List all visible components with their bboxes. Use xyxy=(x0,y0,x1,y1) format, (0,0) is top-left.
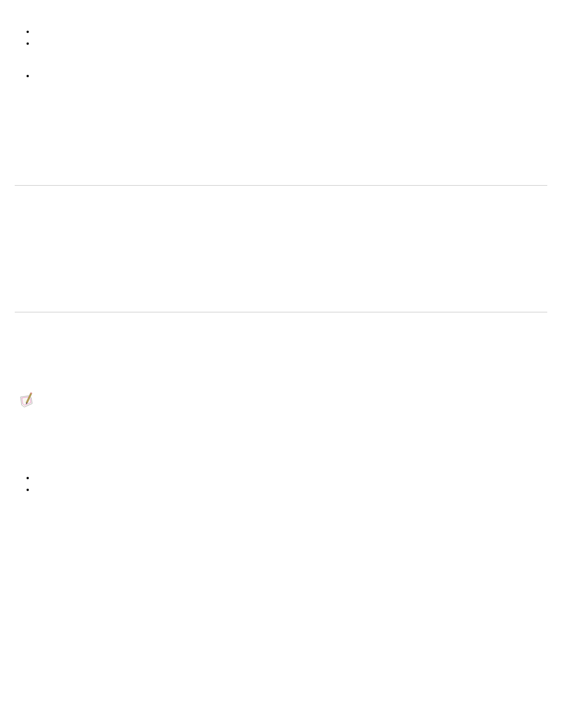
list-item xyxy=(35,71,562,80)
spacer xyxy=(0,312,562,391)
list-item xyxy=(35,473,562,482)
pencil-edit-icon xyxy=(19,391,37,408)
spacer xyxy=(0,408,562,473)
spacer xyxy=(0,186,562,312)
top-bullet-list xyxy=(0,0,562,80)
spacer xyxy=(0,83,562,185)
bottom-bullet-list xyxy=(0,473,562,494)
list-item xyxy=(35,27,562,36)
list-item xyxy=(35,485,562,494)
list-item xyxy=(35,38,562,48)
